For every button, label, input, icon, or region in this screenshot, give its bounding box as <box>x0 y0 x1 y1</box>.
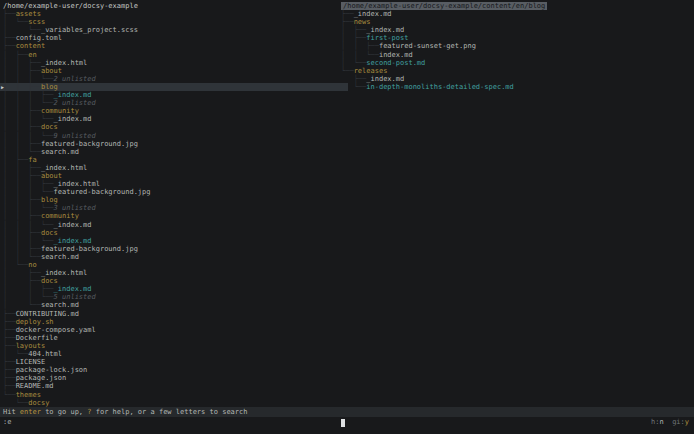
tree-branch-lines: │ │ ├── <box>3 140 41 148</box>
tree-branch-lines: │ │ ├── <box>3 59 41 67</box>
tree-branch-lines: │ │ ├── <box>3 245 41 253</box>
entry-label: _index.md <box>54 221 92 229</box>
tree-branch-lines: │ │ │ ├── <box>3 91 54 99</box>
tree-row--index-md[interactable]: │ │ │ └──_index.md <box>0 237 348 245</box>
tree-branch-lines: │ ├── <box>3 277 41 285</box>
selection-arrow-icon: ▶ <box>1 83 4 91</box>
tree-branch-lines: │ │ │ └── <box>3 99 54 107</box>
tree-row-releases[interactable]: └──releases <box>340 67 694 75</box>
entry-label: about <box>41 67 62 75</box>
tree-row-assets[interactable]: ├──assets <box>0 10 348 18</box>
tree-row--index-md[interactable]: ├──_index.md <box>340 10 694 18</box>
tree-row--index-md[interactable]: │ │ │ └──_index.md <box>0 221 348 229</box>
tree-row-featured-background-jpg[interactable]: │ │ ├──featured-background.jpg <box>0 245 348 253</box>
tree-branch-lines: │ │ ├── <box>3 229 41 237</box>
right-panel-header-row: /home/example-user/docsy-example/content… <box>340 2 694 10</box>
tree-row-readme-md[interactable]: ├──README.md <box>0 382 348 390</box>
entry-label: CONTRIBUTING.md <box>16 310 79 318</box>
tree-row-content[interactable]: ├──content <box>0 42 348 50</box>
tree-branch-lines: ├── <box>341 18 354 26</box>
tree-branch-lines: ├── <box>341 75 366 83</box>
tree-row-docs[interactable]: │ │ ├──docs <box>0 229 348 237</box>
tree-branch-lines: │ │ │ └── <box>3 221 54 229</box>
tree-row-license[interactable]: ├──LICENSE <box>0 358 348 366</box>
entry-label: _index.md <box>54 237 92 245</box>
tree-row-docsy[interactable]: └──docsy <box>0 399 348 407</box>
entry-label: _index.html <box>41 59 87 67</box>
tree-row-index-md[interactable]: │ │ └──index.md <box>340 51 694 59</box>
tree-row-en[interactable]: │ ├──en <box>0 51 348 59</box>
tree-row-second-post-md[interactable]: │ └──second-post.md <box>340 59 694 67</box>
tree-row-2-unlisted[interactable]: │ │ │ └──2 unlisted <box>0 75 348 83</box>
tree-row-9-unlisted[interactable]: │ │ │ └──9 unlisted <box>0 132 348 140</box>
tree-row-about[interactable]: │ │ ├──about <box>0 172 348 180</box>
entry-label: search.md <box>41 148 79 156</box>
tree-row--index-md[interactable]: │ │ │ ├──_index.md <box>0 91 348 99</box>
tree-row--index-html[interactable]: │ │ │ ├──_index.html <box>0 180 348 188</box>
tree-row-no[interactable]: │ └──no <box>0 261 348 269</box>
tree-branch-lines: ├── <box>3 310 16 318</box>
tree-branch-lines: │ │ └── <box>3 148 41 156</box>
status-text: to go up, <box>41 408 87 416</box>
tree-row-2-unlisted[interactable]: │ │ │ └──2 unlisted <box>0 99 348 107</box>
tree-row-fa[interactable]: │ ├──fa <box>0 156 348 164</box>
tree-branch-lines: ├── <box>3 42 16 50</box>
tree-row-dockerfile[interactable]: ├──Dockerfile <box>0 334 348 342</box>
entry-label: no <box>28 261 36 269</box>
entry-label: _index.html <box>41 164 87 172</box>
tree-branch-lines: │ ├── <box>3 156 28 164</box>
tree-branch-lines: │ │ ├── <box>3 123 41 131</box>
tree-row-contributing-md[interactable]: ├──CONTRIBUTING.md <box>0 310 348 318</box>
entry-label: fa <box>28 156 36 164</box>
tree-row-search-md[interactable]: │ │ └──search.md <box>0 148 348 156</box>
flag-label-gi: gi: <box>672 418 685 426</box>
right-panel-input-cursor[interactable] <box>341 419 345 427</box>
tree-row-community[interactable]: │ │ ├──community <box>0 212 348 220</box>
tree-branch-lines: │ └── <box>3 301 41 309</box>
entry-label: README.md <box>16 382 54 390</box>
left-panel-root-path[interactable]: /home/example-user/docsy-example <box>0 2 348 10</box>
entry-label: assets <box>16 10 41 18</box>
tree-branch-lines: │ │ └── <box>3 253 41 261</box>
tree-row-about[interactable]: │ │ ├──about <box>0 67 348 75</box>
entry-label: en <box>28 51 36 59</box>
entry-label: _index.md <box>366 75 404 83</box>
tree-row-docs[interactable]: │ │ ├──docs <box>0 123 348 131</box>
entry-label: about <box>41 172 62 180</box>
tree-branch-lines: │ │ │ └── <box>3 188 54 196</box>
tree-row-404-html[interactable]: │ └──404.html <box>0 350 348 358</box>
tree-row--index-html[interactable]: │ │ ├──_index.html <box>0 59 348 67</box>
status-key-hint: enter <box>20 408 41 416</box>
entry-label: docs <box>41 277 58 285</box>
tree-row--index-html[interactable]: │ ├──_index.html <box>0 269 348 277</box>
tree-row--index-html[interactable]: │ │ ├──_index.html <box>0 164 348 172</box>
flag-value-h: n <box>659 418 663 426</box>
tree-row-search-md[interactable]: │ └──search.md <box>0 301 348 309</box>
tree-row-featured-sunset-get-png[interactable]: │ │ ├──featured-sunset-get.png <box>340 42 694 50</box>
tree-branch-lines: │ │ ├── <box>3 164 41 172</box>
entry-label: _index.md <box>54 115 92 123</box>
tree-branch-lines: │ └── <box>341 59 366 67</box>
tree-branch-lines: │ └── <box>3 261 28 269</box>
entry-label: 404.html <box>28 350 62 358</box>
entry-label: blog <box>41 83 58 91</box>
entry-label: featured-sunset-get.png <box>379 42 476 50</box>
tree-row-deploy-sh[interactable]: ├──deploy.sh <box>0 318 348 326</box>
tree-row-search-md[interactable]: │ │ └──search.md <box>0 253 348 261</box>
tree-branch-lines: │ │ ├── <box>341 42 379 50</box>
tree-branch-lines: │ └── <box>3 350 28 358</box>
tree-row-docker-compose-yaml[interactable]: ├──docker-compose.yaml <box>0 326 348 334</box>
left-panel-input[interactable]: :e <box>3 418 11 427</box>
tree-row-layouts[interactable]: ├──layouts <box>0 342 348 350</box>
entry-label: index.md <box>379 51 413 59</box>
tree-branch-lines: ├── <box>3 318 16 326</box>
tree-row-featured-background-jpg[interactable]: │ │ ├──featured-background.jpg <box>0 140 348 148</box>
tree-row--index-md[interactable]: ├──_index.md <box>340 75 694 83</box>
tree-row-themes[interactable]: └──themes <box>0 391 348 399</box>
tree-row-blog[interactable]: │ │ ├──blog▶ <box>0 83 348 91</box>
entry-label: scss <box>28 18 45 26</box>
tree-branch-lines: └── <box>3 399 28 407</box>
tree-row-config-toml[interactable]: ├──config.toml <box>0 34 348 42</box>
tree-branch-lines: │ │ └── <box>341 51 379 59</box>
tree-row-in-depth-monoliths-detailed-spec-md[interactable]: └──in-depth-monoliths-detailed-spec.md <box>340 83 694 91</box>
